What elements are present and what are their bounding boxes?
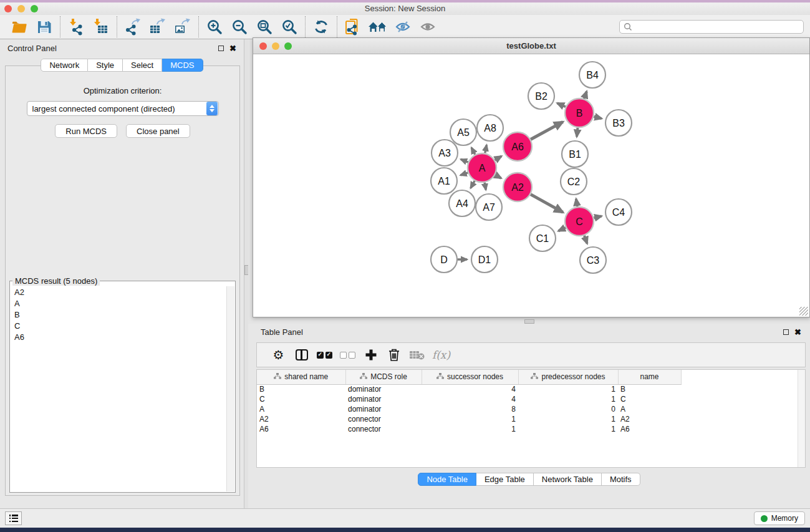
node-A6[interactable]: A6 <box>503 132 532 161</box>
table-cell[interactable]: B <box>257 384 345 394</box>
table-cell[interactable]: A2 <box>257 414 345 424</box>
tab-select[interactable]: Select <box>123 59 162 72</box>
result-list-item[interactable]: A2 <box>11 286 226 297</box>
node-A8[interactable]: A8 <box>477 115 503 141</box>
result-list-item[interactable]: A6 <box>11 331 226 342</box>
edge-A-A3[interactable] <box>461 159 468 162</box>
export-image-icon[interactable] <box>170 17 195 37</box>
network-minimize-button[interactable] <box>272 42 279 50</box>
column-header-MCDS-role[interactable]: MCDS role <box>345 370 422 384</box>
tab-network-table[interactable]: Network Table <box>534 473 602 486</box>
result-list-item[interactable]: C <box>11 320 226 331</box>
node-B1[interactable]: B1 <box>562 141 588 167</box>
table-settings-icon[interactable]: ⚙ <box>267 344 290 365</box>
node-A4[interactable]: A4 <box>449 190 475 216</box>
open-file-icon[interactable] <box>7 17 32 37</box>
edge-A-A7[interactable] <box>485 183 486 190</box>
network-close-button[interactable] <box>259 42 267 50</box>
new-network-from-selection-icon[interactable] <box>340 17 365 37</box>
table-cell[interactable]: 1 <box>422 424 518 434</box>
show-all-icon[interactable] <box>415 17 440 37</box>
close-panel-button[interactable]: Close panel <box>126 124 190 138</box>
edge-A-A8[interactable] <box>485 145 487 153</box>
first-neighbors-icon[interactable] <box>365 17 390 37</box>
node-A2[interactable]: A2 <box>503 173 532 201</box>
tab-network[interactable]: Network <box>41 59 88 72</box>
edge-C-C4[interactable] <box>594 216 601 218</box>
table-cell[interactable]: dominator <box>345 384 422 394</box>
table-cell[interactable]: B <box>618 384 681 394</box>
edge-B-B3[interactable] <box>594 117 602 118</box>
edge-B-B1[interactable] <box>577 128 578 137</box>
table-cell[interactable]: connector <box>345 414 422 424</box>
result-list-item[interactable]: A <box>11 297 226 309</box>
table-cell[interactable]: A6 <box>618 424 681 434</box>
panel-divider[interactable] <box>244 39 248 508</box>
refresh-layout-icon[interactable] <box>309 17 334 37</box>
table-cell[interactable]: 1 <box>518 384 618 394</box>
node-A3[interactable]: A3 <box>432 140 458 166</box>
network-maximize-button[interactable] <box>284 42 292 50</box>
table-cell[interactable]: dominator <box>345 404 422 414</box>
table-cell[interactable]: 8 <box>422 404 518 414</box>
column-header-name[interactable]: name <box>618 370 681 384</box>
result-scrollbar[interactable] <box>226 286 234 491</box>
table-cell[interactable]: dominator <box>345 394 422 404</box>
node-D1[interactable]: D1 <box>471 246 498 273</box>
column-header-predecessor-nodes[interactable]: predecessor nodes <box>518 370 618 384</box>
edge-A-A6[interactable] <box>495 156 502 160</box>
edge-A2-C[interactable] <box>531 195 563 213</box>
table-row[interactable]: A2connector11A2 <box>257 414 681 424</box>
table-cell[interactable]: C <box>618 394 681 404</box>
table-cell[interactable]: connector <box>345 424 422 434</box>
deselect-all-icon[interactable] <box>336 344 359 365</box>
add-column-icon[interactable] <box>359 344 382 365</box>
minimize-window-button[interactable] <box>17 5 25 12</box>
node-C1[interactable]: C1 <box>529 225 556 251</box>
export-network-icon[interactable] <box>120 17 145 37</box>
tab-style[interactable]: Style <box>88 59 123 72</box>
column-header-successor-nodes[interactable]: successor nodes <box>422 370 518 384</box>
column-header-shared-name[interactable]: shared name <box>257 370 345 384</box>
tab-mcds[interactable]: MCDS <box>162 59 203 72</box>
table-cell[interactable]: A <box>257 404 345 414</box>
node-D[interactable]: D <box>431 246 457 273</box>
maximize-window-button[interactable] <box>31 5 38 12</box>
delete-column-icon[interactable] <box>382 344 405 365</box>
zoom-in-icon[interactable] <box>202 17 227 37</box>
edge-A-A5[interactable] <box>471 148 475 155</box>
table-cell[interactable]: A2 <box>618 414 681 424</box>
zoom-out-icon[interactable] <box>227 17 252 37</box>
edge-C-C1[interactable] <box>558 228 566 231</box>
table-cell[interactable]: 4 <box>422 384 518 394</box>
hide-selected-icon[interactable] <box>390 17 415 37</box>
export-table-icon[interactable] <box>145 17 170 37</box>
table-cell[interactable]: 0 <box>518 404 618 414</box>
close-table-panel-icon[interactable]: ✖ <box>794 328 801 336</box>
table-cell[interactable]: 1 <box>518 394 618 404</box>
close-window-button[interactable] <box>4 5 12 12</box>
edge-A-A2[interactable] <box>495 175 501 178</box>
edge-B-B2[interactable] <box>557 103 566 107</box>
table-cell[interactable]: A <box>618 404 681 414</box>
node-A1[interactable]: A1 <box>431 168 457 194</box>
import-table-icon[interactable] <box>89 17 113 37</box>
float-table-panel-icon[interactable] <box>783 329 789 335</box>
float-panel-icon[interactable] <box>218 46 224 51</box>
table-row[interactable]: Adominator80A <box>257 404 681 414</box>
edge-A-A1[interactable] <box>460 173 468 175</box>
table-cell[interactable]: C <box>257 394 345 404</box>
zoom-fit-icon[interactable] <box>252 17 277 37</box>
criterion-dropdown[interactable]: largest connected component (directed) <box>27 101 219 116</box>
tab-node-table[interactable]: Node Table <box>418 473 476 486</box>
table-row[interactable]: Cdominator41C <box>257 394 681 404</box>
node-C3[interactable]: C3 <box>580 247 606 273</box>
edge-B-B4[interactable] <box>584 91 587 99</box>
table-cell[interactable]: A6 <box>257 424 345 434</box>
window-resize-grip[interactable] <box>799 307 808 316</box>
import-network-icon[interactable] <box>64 17 89 37</box>
split-panel-icon[interactable] <box>290 344 313 365</box>
edge-A-A4[interactable] <box>471 181 475 188</box>
search-input[interactable] <box>619 20 804 34</box>
table-row[interactable]: A6connector11A6 <box>257 424 681 434</box>
